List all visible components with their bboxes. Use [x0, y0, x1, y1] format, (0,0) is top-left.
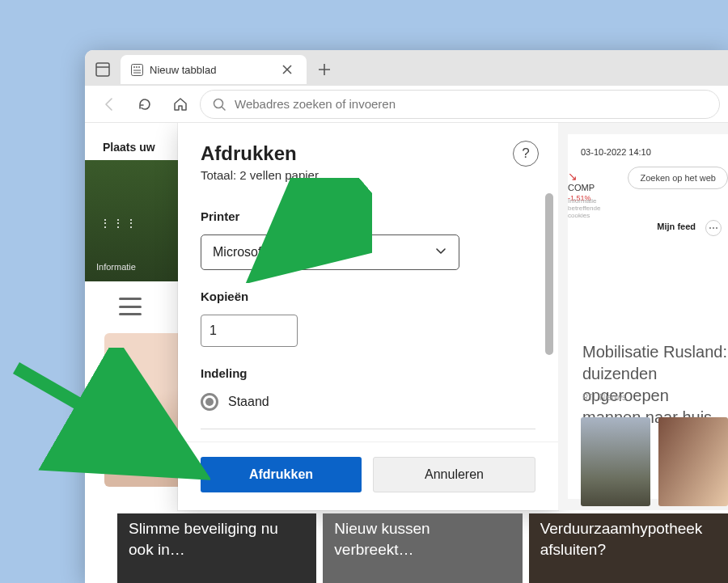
preview-page[interactable]: 03-10-2022 14:10 ↘ COMP -1,51% Zoeken op… — [568, 134, 728, 499]
preview-feed-label: Mijn feed — [657, 222, 696, 231]
hamburger-icon[interactable] — [119, 298, 142, 315]
chevron-down-icon — [434, 244, 447, 260]
preview-search-pill: Zoeken op het web — [628, 167, 728, 189]
newtab-favicon — [130, 63, 143, 76]
preview-thumbnails — [581, 417, 728, 506]
print-preview: 03-10-2022 14:10 ↘ COMP -1,51% Zoeken op… — [558, 123, 728, 510]
back-button[interactable] — [93, 88, 125, 120]
layout-label: Indeling — [201, 366, 535, 380]
news-story-1[interactable]: Slimme beveiliging nu ook in… — [117, 513, 316, 583]
search-icon — [212, 97, 226, 112]
copies-value: 1 — [210, 323, 217, 338]
preview-thumb-2 — [658, 417, 728, 506]
tab-title: Nieuw tabblad — [150, 64, 216, 76]
news-story-2[interactable]: Nieuw kussen verbreekt… — [323, 513, 522, 583]
svg-line-13 — [222, 107, 225, 110]
news-strip: Slimme beveiliging nu ook in… Nieuw kuss… — [117, 513, 728, 583]
preview-cookies-text: Informatie betreffende cookies — [568, 197, 607, 219]
printer-select[interactable]: Microsoft Print to PDF — [201, 234, 459, 270]
preview-source: RTL Nieuws — [582, 393, 626, 402]
print-subtitle: Totaal: 2 vellen papier — [201, 168, 535, 182]
preview-more-icon: ⋯ — [705, 220, 722, 236]
address-placeholder: Webadres zoeken of invoeren — [235, 97, 396, 111]
browser-tab[interactable]: Nieuw tabblad — [121, 55, 307, 84]
browser-window: Nieuw tabblad Webadres zoeken of invoere… — [85, 50, 728, 583]
preview-thumb-1 — [581, 417, 650, 506]
divider — [201, 429, 535, 429]
ntp-hero-image: ⋮⋮⋮ Informatie — [85, 160, 178, 281]
svg-rect-0 — [96, 63, 109, 76]
help-button[interactable]: ? — [513, 141, 539, 167]
svg-point-4 — [136, 66, 138, 68]
scrollbar[interactable] — [545, 193, 553, 441]
cancel-button[interactable]: Annuleren — [373, 457, 535, 492]
preview-date: 03-10-2022 14:10 — [581, 147, 715, 157]
layout-portrait-option[interactable]: Staand — [201, 393, 535, 411]
home-button[interactable] — [164, 88, 197, 120]
ntp-top-text: Plaats uw — [85, 123, 178, 160]
close-tab-button[interactable] — [277, 60, 297, 79]
copies-label: Kopieën — [201, 289, 535, 303]
news-story-3[interactable]: Verduurzaamhypotheek afsluiten? — [529, 513, 728, 583]
quick-links-icon[interactable]: ⋮⋮⋮ — [99, 217, 138, 230]
svg-point-3 — [133, 66, 135, 68]
layout-option-label: Staand — [228, 395, 269, 409]
address-bar[interactable]: Webadres zoeken of invoeren — [200, 90, 720, 119]
page-content: Plaats uw ⋮⋮⋮ Informatie Afdrukken Totaa… — [85, 123, 728, 583]
printer-value: Microsoft Print to PDF — [213, 245, 339, 260]
copies-input[interactable]: 1 — [201, 315, 298, 347]
print-button[interactable]: Afdrukken — [201, 457, 362, 492]
print-title: Afdrukken — [201, 142, 535, 165]
stock-down-icon: ↘ — [568, 170, 578, 183]
refresh-button[interactable] — [129, 88, 161, 120]
printer-label: Printer — [201, 209, 535, 223]
tab-actions-icon[interactable] — [90, 57, 116, 82]
toolbar: Webadres zoeken of invoeren — [85, 86, 728, 123]
print-dialog: Afdrukken Totaal: 2 vellen papier ? Prin… — [178, 123, 558, 510]
svg-point-5 — [138, 66, 140, 68]
ntp-hero-info: Informatie — [96, 262, 136, 272]
titlebar: Nieuw tabblad — [85, 50, 728, 86]
new-tab-button[interactable] — [311, 57, 337, 82]
radio-icon — [201, 393, 218, 411]
